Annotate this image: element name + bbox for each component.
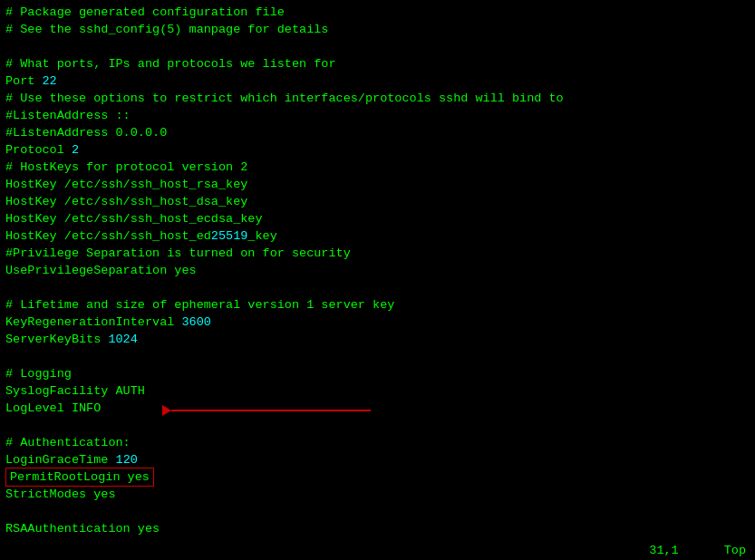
line-17 bbox=[5, 279, 750, 296]
line-1: # Package generated configuration file bbox=[5, 4, 750, 21]
line-28: PermitRootLogin yes bbox=[5, 468, 750, 486]
line-5: Port 22 bbox=[5, 72, 750, 90]
line-4: # What ports, IPs and protocols we liste… bbox=[5, 55, 750, 72]
arrow-indicator bbox=[171, 410, 371, 411]
line-31: RSAAuthentication yes bbox=[5, 520, 750, 537]
line-19: KeyRegenerationInterval 3600 bbox=[5, 314, 750, 331]
cursor-position: 31,1 bbox=[649, 544, 678, 557]
line-21 bbox=[5, 348, 750, 365]
line-24: LogLevel INFO bbox=[5, 400, 750, 417]
line-2: # See the sshd_config(5) manpage for det… bbox=[5, 21, 750, 38]
line-7: #ListenAddress :: bbox=[5, 107, 750, 124]
line-18: # Lifetime and size of ephemeral version… bbox=[5, 296, 750, 314]
line-27: LoginGraceTime 120 bbox=[5, 451, 750, 468]
line-20: ServerKeyBits 1024 bbox=[5, 331, 750, 348]
line-11: HostKey /etc/ssh/ssh_host_rsa_key bbox=[5, 176, 750, 193]
line-25 bbox=[5, 417, 750, 434]
line-30 bbox=[5, 503, 750, 520]
line-6: # Use these options to restrict which in… bbox=[5, 90, 750, 107]
line-29: StrictModes yes bbox=[5, 486, 750, 503]
line-22: # Logging bbox=[5, 365, 750, 382]
line-23: SyslogFacility AUTH bbox=[5, 382, 750, 400]
line-15: #Privilege Separation is turned on for s… bbox=[5, 245, 750, 262]
scroll-position: Top bbox=[724, 544, 746, 557]
code-editor[interactable]: # Package generated configuration file #… bbox=[0, 0, 755, 560]
line-10: # HostKeys for protocol version 2 bbox=[5, 159, 750, 176]
line-14: HostKey /etc/ssh/ssh_host_ed25519_key bbox=[5, 227, 750, 245]
line-8: #ListenAddress 0.0.0.0 bbox=[5, 124, 750, 141]
line-9: Protocol 2 bbox=[5, 141, 750, 159]
line-3 bbox=[5, 38, 750, 55]
line-16: UsePrivilegeSeparation yes bbox=[5, 262, 750, 279]
statusbar: 31,1 Top bbox=[0, 540, 755, 560]
line-13: HostKey /etc/ssh/ssh_host_ecdsa_key bbox=[5, 210, 750, 227]
line-12: HostKey /etc/ssh/ssh_host_dsa_key bbox=[5, 193, 750, 210]
line-26: # Authentication: bbox=[5, 434, 750, 451]
